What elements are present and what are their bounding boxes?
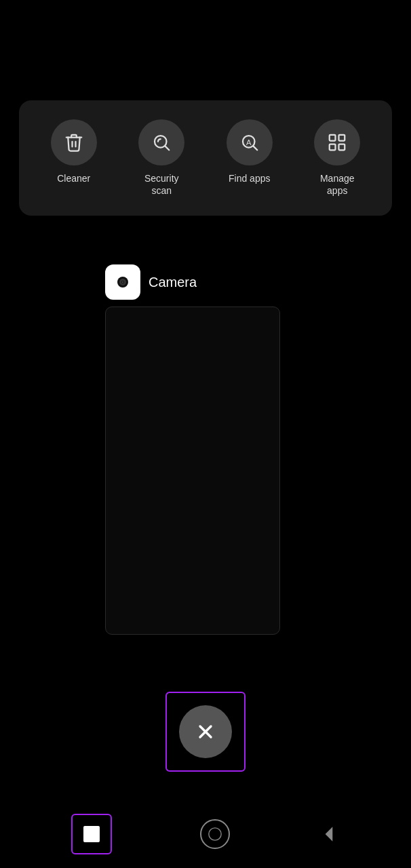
svg-marker-17 bbox=[326, 827, 333, 841]
find-apps-action[interactable]: A Find apps bbox=[227, 119, 273, 184]
svg-point-13 bbox=[122, 281, 123, 283]
cleaner-icon-circle bbox=[51, 119, 97, 165]
cleaner-action[interactable]: Cleaner bbox=[51, 119, 97, 184]
back-icon bbox=[318, 823, 340, 845]
home-icon bbox=[208, 827, 222, 842]
close-icon bbox=[195, 721, 216, 743]
manage-apps-label: Manageapps bbox=[320, 172, 355, 197]
home-button[interactable] bbox=[200, 819, 230, 849]
camera-app-label: Camera bbox=[149, 275, 197, 290]
recents-button[interactable] bbox=[71, 814, 112, 854]
camera-app-icon bbox=[105, 264, 140, 300]
camera-section: Camera bbox=[105, 264, 280, 635]
camera-preview bbox=[105, 307, 280, 635]
security-scan-action[interactable]: Securityscan bbox=[138, 119, 184, 197]
camera-icon bbox=[112, 271, 134, 293]
svg-rect-6 bbox=[339, 135, 345, 141]
svg-rect-8 bbox=[339, 144, 345, 151]
close-button[interactable] bbox=[179, 705, 232, 758]
manage-apps-action[interactable]: Manageapps bbox=[314, 119, 360, 197]
camera-header: Camera bbox=[105, 264, 197, 300]
manage-apps-icon-circle bbox=[314, 119, 360, 165]
find-apps-icon: A bbox=[239, 132, 260, 153]
bottom-nav bbox=[0, 800, 411, 868]
close-button-container bbox=[165, 692, 246, 772]
recents-icon bbox=[83, 826, 100, 842]
manage-apps-icon bbox=[327, 132, 347, 153]
security-scan-icon-circle bbox=[138, 119, 184, 165]
svg-point-16 bbox=[209, 828, 221, 840]
svg-line-3 bbox=[253, 146, 257, 151]
svg-text:A: A bbox=[246, 138, 252, 146]
svg-rect-7 bbox=[330, 144, 336, 151]
svg-rect-5 bbox=[330, 135, 336, 141]
find-apps-icon-circle: A bbox=[227, 119, 273, 165]
security-scan-label: Securityscan bbox=[144, 172, 179, 197]
quick-actions-panel: Cleaner Securityscan A Find apps bbox=[19, 100, 392, 216]
back-button[interactable] bbox=[318, 823, 340, 845]
trash-icon bbox=[64, 132, 84, 153]
find-apps-label: Find apps bbox=[229, 172, 270, 184]
security-scan-icon bbox=[151, 132, 172, 153]
cleaner-label: Cleaner bbox=[57, 172, 90, 184]
svg-line-1 bbox=[165, 146, 170, 151]
